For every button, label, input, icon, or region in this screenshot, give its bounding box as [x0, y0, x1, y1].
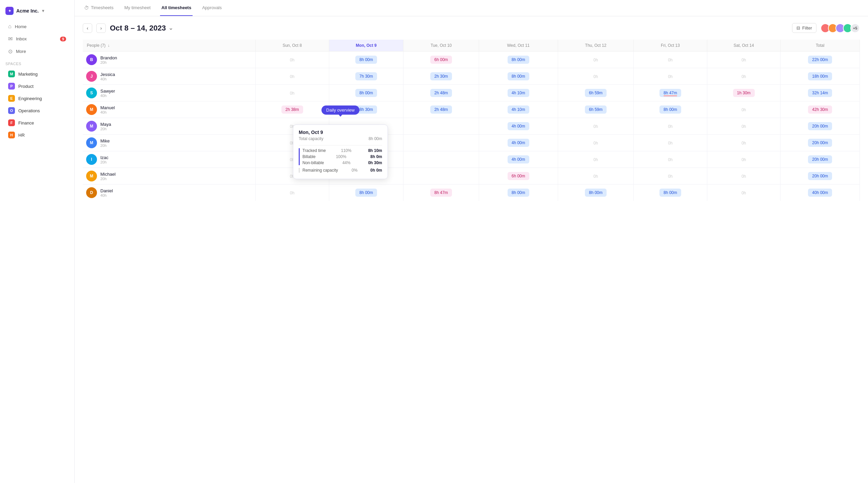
time-td-wed[interactable]: 8h 00m [479, 68, 558, 85]
dropdown-icon[interactable]: ▾ [42, 8, 44, 13]
operations-dot: O [8, 107, 15, 114]
sidebar-item-finance[interactable]: F Finance [3, 117, 72, 129]
time-td-tue[interactable] [403, 151, 479, 168]
time-td-mon[interactable]: 8h 00m [329, 185, 403, 201]
time-td-thu[interactable]: 0h [558, 135, 633, 151]
avatar-stack[interactable]: +5 [821, 23, 860, 33]
time-td-wed[interactable]: 6h 00m [479, 168, 558, 185]
time-td-thu[interactable]: 0h [558, 52, 633, 68]
tab-my-timesheet[interactable]: My timesheet [123, 0, 152, 16]
time-td-fri[interactable]: 8h 47m [634, 85, 707, 101]
time-td-tue[interactable] [403, 135, 479, 151]
time-td-sat[interactable]: 0h [707, 101, 781, 118]
time-chip: 20h 00m [808, 155, 832, 163]
time-td-fri[interactable]: 0h [634, 68, 707, 85]
nav-inbox[interactable]: ✉ Inbox 9 [3, 33, 72, 45]
time-td-tue[interactable]: 2h 30m [403, 68, 479, 85]
time-td-total[interactable]: 20h 00m [781, 151, 860, 168]
tab-approvals[interactable]: Approvals [201, 0, 223, 16]
time-td-tue[interactable]: 6h 00m [403, 52, 479, 68]
time-td-tue[interactable]: 2h 48m [403, 101, 479, 118]
avatar-extra[interactable]: +5 [850, 23, 860, 33]
time-td-sat[interactable]: 1h 30m [707, 85, 781, 101]
time-td-sun[interactable]: 0h [255, 85, 329, 101]
tab-all-timesheets[interactable]: All timesheets [160, 0, 193, 16]
time-td-sun[interactable]: 0h [255, 52, 329, 68]
time-td-mon[interactable]: 8h 00m [329, 52, 403, 68]
time-td-total[interactable]: 20h 00m [781, 168, 860, 185]
time-td-wed[interactable]: 4h 00m [479, 135, 558, 151]
time-td-mon[interactable]: 8h 00m [329, 85, 403, 101]
time-chip: 4h 00m [508, 139, 529, 147]
time-td-fri[interactable]: 0h [634, 168, 707, 185]
sidebar-item-engineering[interactable]: E Engineering [3, 93, 72, 104]
date-dropdown-icon[interactable]: ⌄ [169, 25, 173, 31]
time-td-tue[interactable]: 8h 47m [403, 185, 479, 201]
time-td-sun[interactable]: 0h [255, 185, 329, 201]
main-content: ⏱ Timesheets My timesheet All timesheets… [75, 0, 868, 483]
time-td-thu[interactable]: 0h [558, 68, 633, 85]
tooltip-container: Daily overview Mon, Oct 9 Total capacity… [293, 118, 388, 179]
time-td-fri[interactable]: 0h [634, 118, 707, 135]
app-logo[interactable]: ✦ Acme Inc. ▾ [0, 4, 74, 20]
person-name: Sawyer [100, 89, 115, 94]
total-capacity-label: Total capacity [299, 136, 323, 141]
col-people[interactable]: People (7) ↓ [83, 40, 255, 52]
person-info: I Izac 20h [86, 154, 252, 165]
time-td-fri[interactable]: 0h [634, 135, 707, 151]
time-td-total[interactable]: 22h 00m [781, 52, 860, 68]
tab-timesheets[interactable]: ⏱ Timesheets [83, 0, 115, 16]
sidebar-item-hr[interactable]: H HR [3, 129, 72, 141]
sidebar-item-product[interactable]: P Product [3, 80, 72, 92]
next-date-button[interactable]: › [96, 23, 106, 33]
time-td-thu[interactable]: 0h [558, 118, 633, 135]
time-td-total[interactable]: 18h 00m [781, 68, 860, 85]
time-td-tue[interactable] [403, 168, 479, 185]
time-td-fri[interactable]: 8h 00m [634, 101, 707, 118]
time-td-total[interactable]: 20h 00m [781, 118, 860, 135]
time-td-sun[interactable]: 0h [255, 68, 329, 85]
time-td-mon[interactable]: 7h 30m [329, 68, 403, 85]
time-td-sat[interactable]: 0h [707, 151, 781, 168]
time-td-tue[interactable]: 2h 48m [403, 85, 479, 101]
time-td-thu[interactable]: 8h 00m [558, 185, 633, 201]
time-td-wed[interactable]: 4h 00m [479, 118, 558, 135]
time-td-sat[interactable]: 0h [707, 135, 781, 151]
time-td-fri[interactable]: 0h [634, 52, 707, 68]
filter-button[interactable]: ⊟ Filter [792, 23, 816, 33]
time-td-total[interactable]: 20h 00m [781, 135, 860, 151]
time-td-sun[interactable]: 2h 38m [255, 101, 329, 118]
time-chip: 2h 48m [430, 105, 452, 114]
nav-home[interactable]: ⌂ Home [3, 21, 72, 32]
time-chip: 2h 38m [281, 105, 303, 114]
time-td-tue[interactable] [403, 118, 479, 135]
time-td-sat[interactable]: 0h [707, 68, 781, 85]
time-cell-wrapper: 8h 00m [659, 189, 681, 197]
time-chip: 40h 00m [808, 189, 832, 197]
time-td-wed[interactable]: 8h 00m [479, 185, 558, 201]
sidebar-item-operations[interactable]: O Operations [3, 105, 72, 116]
person-details: Manuel 40h [100, 105, 115, 114]
time-td-sat[interactable]: 0h [707, 118, 781, 135]
time-td-total[interactable]: 42h 30m [781, 101, 860, 118]
time-td-thu[interactable]: 6h 59m [558, 101, 633, 118]
time-td-total[interactable]: 32h 14m [781, 85, 860, 101]
time-td-wed[interactable]: 4h 00m [479, 151, 558, 168]
time-td-thu[interactable]: 0h [558, 151, 633, 168]
prev-date-button[interactable]: ‹ [83, 23, 92, 33]
date-range[interactable]: Oct 8 – 14, 2023 ⌄ [110, 24, 173, 33]
time-td-fri[interactable]: 0h [634, 151, 707, 168]
time-td-wed[interactable]: 4h 10m [479, 101, 558, 118]
time-td-thu[interactable]: 0h [558, 168, 633, 185]
time-td-sat[interactable]: 0h [707, 168, 781, 185]
time-td-wed[interactable]: 8h 00m [479, 52, 558, 68]
sidebar-item-marketing[interactable]: M Marketing [3, 68, 72, 80]
time-td-sat[interactable]: 0h [707, 52, 781, 68]
time-td-thu[interactable]: 6h 59m [558, 85, 633, 101]
tracked-pct: 110% [339, 148, 351, 153]
nav-more[interactable]: ⊙ More [3, 45, 72, 57]
time-td-sat[interactable]: 0h [707, 185, 781, 201]
time-td-total[interactable]: 40h 00m [781, 185, 860, 201]
time-td-fri[interactable]: 8h 00m [634, 185, 707, 201]
time-td-wed[interactable]: 4h 10m [479, 85, 558, 101]
